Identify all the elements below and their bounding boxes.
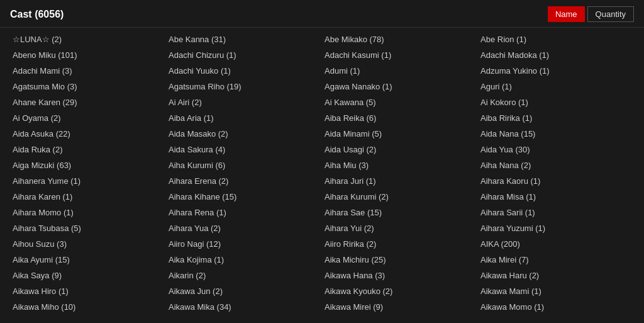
cast-item[interactable]: Adzuma Yukino (1) [478,63,634,79]
cast-item[interactable]: Aiba Ririka (1) [478,110,634,126]
cast-item[interactable]: Ahane Karen (29) [10,94,166,110]
cast-item[interactable]: Aiha Kurumi (6) [166,157,322,173]
cast-item[interactable]: Aihara Sarii (1) [478,205,634,220]
cast-item[interactable]: Aihara Kihane (15) [166,189,322,205]
cast-item[interactable]: Aikawa Mami (1) [478,283,634,299]
cast-item[interactable]: Aiba Aria (1) [166,110,322,126]
cast-item[interactable]: Aihara Momo (1) [10,205,166,220]
cast-item[interactable]: Aida Asuka (22) [10,126,166,142]
cast-item[interactable]: Aikawa Mirei (9) [322,299,478,315]
cast-item[interactable]: Aida Sakura (4) [166,142,322,157]
cast-item[interactable]: Aihara Yui (2) [322,220,478,236]
name-button[interactable]: Name [548,6,585,22]
page-title: Cast (6056) [10,9,64,20]
cast-item[interactable]: Aikawa Hiro (1) [10,283,166,299]
cast-item[interactable]: Abe Mikako (78) [322,31,478,47]
cast-item[interactable]: Agatsuma Riho (19) [166,79,322,94]
cast-item[interactable]: Adumi (1) [322,63,478,79]
cast-item[interactable]: Ai Airi (2) [166,94,322,110]
cast-item[interactable]: Aihara Sae (15) [322,205,478,220]
cast-item[interactable]: Aida Yua (30) [478,142,634,157]
sort-buttons: Name Quantity [548,6,634,22]
cast-item[interactable]: Agawa Nanako (1) [322,79,478,94]
cast-item[interactable]: Aiba Reika (6) [322,110,478,126]
cast-item[interactable]: Aika Saya (9) [10,268,166,283]
cast-item[interactable]: Aiha Miu (3) [322,157,478,173]
cast-item[interactable]: Aikawa Hana (3) [322,268,478,283]
cast-item[interactable]: Aikawa Jun (2) [166,283,322,299]
cast-item[interactable]: ☆LUNA☆ (2) [10,31,166,47]
cast-item[interactable]: Adachi Madoka (1) [478,47,634,63]
cast-item[interactable]: Aikarin (2) [166,268,322,283]
cast-item[interactable]: Abe Rion (1) [478,31,634,47]
cast-item[interactable]: Aikawa Mika (34) [166,299,322,315]
cast-item[interactable]: Abe Kanna (31) [166,31,322,47]
cast-item[interactable]: Aihara Erena (2) [166,173,322,189]
cast-item[interactable]: Aikawa Momo (1) [478,299,634,315]
cast-item[interactable]: Aikawa Kyouko (2) [322,283,478,299]
cast-item[interactable]: Aihara Yua (2) [166,220,322,236]
cast-item[interactable]: Aika Michiru (25) [322,252,478,268]
cast-item[interactable]: Aida Masako (2) [166,126,322,142]
cast-item[interactable]: Aiiro Ririka (2) [322,236,478,252]
cast-item[interactable]: Aihanera Yume (1) [10,173,166,189]
cast-item[interactable]: Adachi Kasumi (1) [322,47,478,63]
cast-item[interactable]: Aguri (1) [478,79,634,94]
cast-item[interactable]: Aida Minami (5) [322,126,478,142]
cast-item[interactable]: Ai Oyama (2) [10,110,166,126]
cast-item[interactable]: Abeno Miku (101) [10,47,166,63]
cast-item[interactable]: Aida Ruka (2) [10,142,166,157]
cast-item[interactable]: Aiha Nana (2) [478,157,634,173]
cast-item[interactable]: Aihara Kaoru (1) [478,173,634,189]
cast-item[interactable]: Adachi Mami (3) [10,63,166,79]
cast-item[interactable]: Aika Kojima (1) [166,252,322,268]
cast-item[interactable]: Aihara Karen (1) [10,189,166,205]
cast-item[interactable]: AIKA (200) [478,236,634,252]
cast-item[interactable]: Aikawa Miho (10) [10,299,166,315]
cast-item[interactable]: Aihara Tsubasa (5) [10,220,166,236]
cast-item[interactable]: Aikawa Haru (2) [478,268,634,283]
cast-item[interactable]: Aida Usagi (2) [322,142,478,157]
cast-item[interactable]: Adachi Chizuru (1) [166,47,322,63]
cast-item[interactable]: Agatsuma Mio (3) [10,79,166,94]
cast-item[interactable]: Aida Nana (15) [478,126,634,142]
cast-item[interactable]: Aiga Mizuki (63) [10,157,166,173]
cast-item[interactable]: Aihou Suzu (3) [10,236,166,252]
cast-grid: ☆LUNA☆ (2)Abe Kanna (31)Abe Mikako (78)A… [0,28,644,319]
cast-item[interactable]: Aika Mirei (7) [478,252,634,268]
cast-item[interactable]: Ai Kawana (5) [322,94,478,110]
cast-item[interactable]: Aihara Juri (1) [322,173,478,189]
cast-item[interactable]: Aika Ayumi (15) [10,252,166,268]
cast-item[interactable]: Aihara Misa (1) [478,189,634,205]
cast-item[interactable]: Adachi Yuuko (1) [166,63,322,79]
cast-item[interactable]: Ai Kokoro (1) [478,94,634,110]
cast-item[interactable]: Aiiro Nagi (12) [166,236,322,252]
cast-item[interactable]: Aihara Yuzumi (1) [478,220,634,236]
quantity-button[interactable]: Quantity [587,6,634,22]
cast-item[interactable]: Aihara Rena (1) [166,205,322,220]
cast-item[interactable]: Aihara Kurumi (2) [322,189,478,205]
header: Cast (6056) Name Quantity [0,0,644,28]
